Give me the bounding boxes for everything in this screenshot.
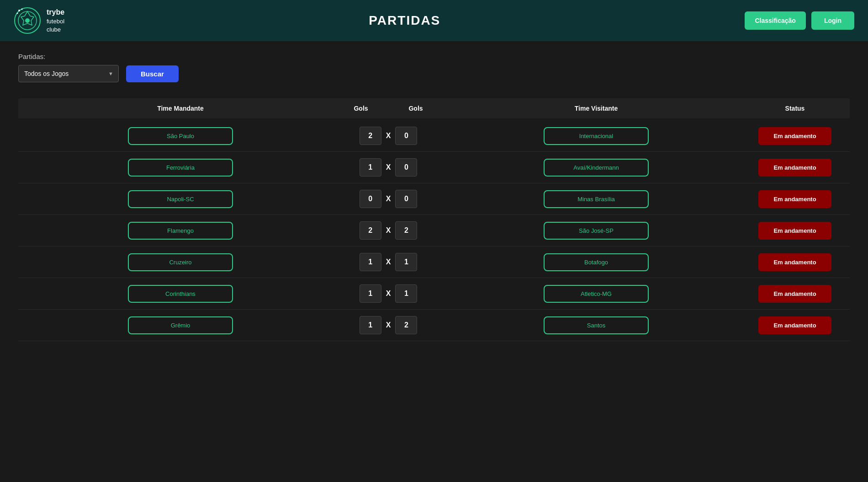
away-team-cell: Santos — [443, 316, 749, 334]
score-area: 2 X 2 — [333, 221, 443, 240]
score-area: 1 X 2 — [333, 316, 443, 334]
table-row: Flamengo 2 X 2 São José-SP Em andamento — [18, 215, 850, 246]
header-time-mandante: Time Mandante — [27, 105, 333, 112]
status-button[interactable]: Em andamento — [758, 316, 831, 334]
status-button[interactable]: Em andamento — [758, 159, 831, 177]
away-team-button[interactable]: Atletico-MG — [544, 285, 649, 303]
status-button[interactable]: Em andamento — [758, 222, 831, 240]
away-team-button[interactable]: Avaí/Kindermann — [544, 159, 649, 177]
home-team-button[interactable]: São Paulo — [128, 127, 233, 145]
header-time-visitante: Time Visitante — [443, 105, 749, 112]
status-button[interactable]: Em andamento — [758, 285, 831, 303]
table-row: São Paulo 2 X 0 Internacional Em andamen… — [18, 120, 850, 152]
away-team-button[interactable]: Internacional — [544, 127, 649, 145]
score-area: 1 X 0 — [333, 158, 443, 177]
away-team-cell: Atletico-MG — [443, 285, 749, 303]
score-home: 2 — [360, 127, 381, 145]
login-button[interactable]: Login — [811, 11, 854, 30]
score-separator: X — [386, 289, 391, 298]
status-button[interactable]: Em andamento — [758, 190, 831, 208]
score-separator: X — [386, 226, 391, 235]
status-cell: Em andamento — [749, 159, 841, 177]
header-gols-away: Gols — [388, 105, 443, 112]
score-away: 2 — [395, 221, 417, 240]
score-separator: X — [386, 163, 391, 171]
score-home: 0 — [360, 190, 381, 208]
status-cell: Em andamento — [749, 190, 841, 208]
classificacao-button[interactable]: Classificação — [745, 11, 806, 30]
status-button[interactable]: Em andamento — [758, 127, 831, 145]
status-cell: Em andamento — [749, 253, 841, 271]
page-title: PARTIDAS — [369, 13, 440, 28]
svg-point-4 — [18, 10, 20, 11]
status-cell: Em andamento — [749, 222, 841, 240]
score-separator: X — [386, 321, 391, 329]
header-status: Status — [749, 105, 841, 112]
home-team-button[interactable]: Ferroviária — [128, 159, 233, 177]
filter-label: Partidas: — [18, 53, 850, 60]
score-area: 0 X 0 — [333, 190, 443, 208]
home-team-cell: Ferroviária — [27, 159, 333, 177]
away-team-button[interactable]: Botafogo — [544, 253, 649, 271]
select-wrapper: Todos os Jogos Em andamento Finalizado — [18, 65, 119, 82]
home-team-button[interactable]: Napoli-SC — [128, 190, 233, 208]
home-team-button[interactable]: Corinthians — [128, 285, 233, 303]
away-team-button[interactable]: Santos — [544, 316, 649, 334]
score-area: 2 X 0 — [333, 127, 443, 145]
score-home: 1 — [360, 284, 381, 303]
away-team-cell: Avaí/Kindermann — [443, 159, 749, 177]
table-row: Cruzeiro 1 X 1 Botafogo Em andamento — [18, 246, 850, 278]
header-gols-home: Gols — [333, 105, 388, 112]
home-team-cell: Corinthians — [27, 285, 333, 303]
score-home: 1 — [360, 158, 381, 177]
home-team-cell: Napoli-SC — [27, 190, 333, 208]
score-area: 1 X 1 — [333, 284, 443, 303]
status-button[interactable]: Em andamento — [758, 253, 831, 271]
table-header: Time Mandante Gols Gols Time Visitante S… — [18, 98, 850, 118]
score-area: 1 X 1 — [333, 253, 443, 271]
logo-area: trybe futebol clube — [14, 7, 64, 34]
logo-clube: clube — [47, 26, 64, 34]
away-team-cell: São José-SP — [443, 222, 749, 240]
score-separator: X — [386, 132, 391, 140]
svg-point-5 — [21, 9, 23, 10]
home-team-cell: Cruzeiro — [27, 253, 333, 271]
away-team-button[interactable]: Minas Brasília — [544, 190, 649, 208]
svg-point-3 — [25, 18, 30, 23]
status-cell: Em andamento — [749, 127, 841, 145]
buscar-button[interactable]: Buscar — [126, 65, 179, 82]
header: trybe futebol clube PARTIDAS Classificaç… — [0, 0, 868, 41]
away-team-cell: Botafogo — [443, 253, 749, 271]
away-team-cell: Minas Brasília — [443, 190, 749, 208]
header-buttons: Classificação Login — [745, 11, 854, 30]
table-row: Corinthians 1 X 1 Atletico-MG Em andamen… — [18, 278, 850, 310]
score-home: 1 — [360, 253, 381, 271]
away-team-cell: Internacional — [443, 127, 749, 145]
score-away: 2 — [395, 316, 417, 334]
score-away: 0 — [395, 190, 417, 208]
jogos-select[interactable]: Todos os Jogos Em andamento Finalizado — [18, 65, 119, 82]
home-team-cell: Grêmio — [27, 316, 333, 334]
home-team-cell: Flamengo — [27, 222, 333, 240]
score-home: 2 — [360, 221, 381, 240]
home-team-button[interactable]: Grêmio — [128, 316, 233, 334]
score-away: 1 — [395, 253, 417, 271]
status-cell: Em andamento — [749, 316, 841, 334]
svg-point-6 — [17, 13, 18, 14]
score-away: 0 — [395, 158, 417, 177]
logo-icon — [14, 7, 41, 34]
filter-row: Todos os Jogos Em andamento Finalizado B… — [18, 65, 850, 82]
score-home: 1 — [360, 316, 381, 334]
score-separator: X — [386, 258, 391, 266]
status-cell: Em andamento — [749, 285, 841, 303]
home-team-button[interactable]: Flamengo — [128, 222, 233, 240]
filter-area: Partidas: Todos os Jogos Em andamento Fi… — [0, 41, 868, 94]
away-team-button[interactable]: São José-SP — [544, 222, 649, 240]
logo-futebol: futebol — [47, 17, 64, 26]
matches-table: Time Mandante Gols Gols Time Visitante S… — [18, 98, 850, 341]
table-row: Ferroviária 1 X 0 Avaí/Kindermann Em and… — [18, 152, 850, 183]
table-row: Napoli-SC 0 X 0 Minas Brasília Em andame… — [18, 183, 850, 215]
logo-trybe: trybe — [47, 7, 64, 17]
table-row: Grêmio 1 X 2 Santos Em andamento — [18, 310, 850, 341]
home-team-button[interactable]: Cruzeiro — [128, 253, 233, 271]
